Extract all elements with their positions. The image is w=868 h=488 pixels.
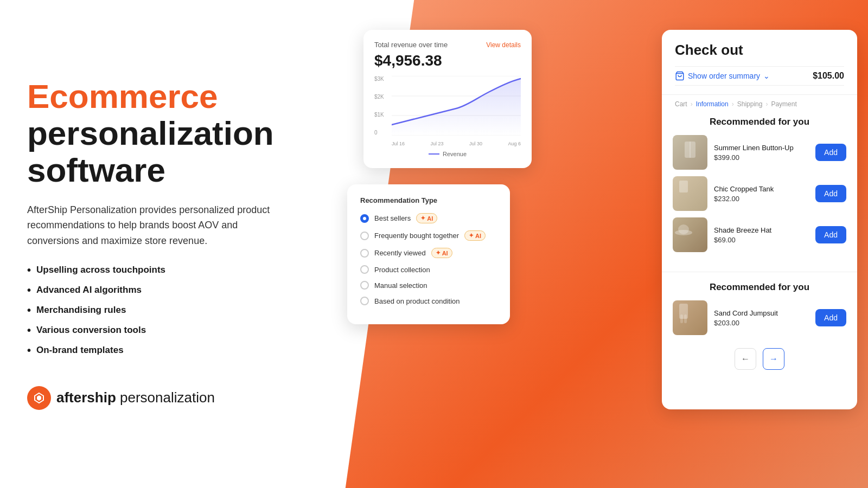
- recommended-title-2: Recommended for you: [673, 282, 846, 293]
- product-image-hat: [673, 217, 707, 252]
- legend-text: Revenue: [443, 151, 467, 157]
- rec-type-title: Recommendation Type: [360, 196, 497, 204]
- product-item-linen: Summer Linen Button-Up $399.00 Add: [673, 135, 846, 170]
- feature-item: On-brand templates: [27, 344, 288, 357]
- view-details-link[interactable]: View details: [486, 41, 521, 49]
- svg-rect-9: [679, 181, 688, 192]
- recommended-section-2: Recommended for you Sand Cord Jumpsuit $…: [662, 277, 857, 385]
- product-price-hat: $69.00: [714, 236, 809, 244]
- product-item-hat: Shade Breeze Hat $69.00 Add: [673, 217, 846, 252]
- radio-best-sellers[interactable]: Best sellers ✦ AI: [360, 213, 497, 223]
- ai-star-icon: ✦: [420, 215, 425, 222]
- recommended-section-1: Recommended for you Summer Linen Button-…: [662, 108, 857, 267]
- ai-badge-frequently-bought: ✦ AI: [464, 230, 486, 241]
- radio-circle-best-sellers: [360, 214, 369, 223]
- nav-arrows: ← →: [673, 342, 846, 376]
- add-button-hat[interactable]: Add: [815, 226, 846, 243]
- add-button-cropped[interactable]: Add: [815, 185, 846, 202]
- product-name-hat: Shade Breeze Hat: [714, 226, 809, 234]
- ai-star-icon: ✦: [436, 249, 441, 256]
- chart-x-labels: Jul 16 Jul 23 Jul 30 Aug 6: [392, 141, 521, 146]
- ai-badge-best-sellers: ✦ AI: [416, 213, 437, 223]
- feature-item: Various conversion tools: [27, 324, 288, 337]
- checkout-card: Check out Show order summary ⌄ $105.00: [662, 30, 857, 409]
- svg-rect-13: [680, 314, 683, 323]
- chart-y-labels: $3K $2K $1K 0: [374, 76, 392, 136]
- radio-label-best-sellers: Best sellers: [374, 214, 411, 222]
- breadcrumb-payment[interactable]: Payment: [771, 100, 796, 108]
- prev-button[interactable]: ←: [735, 348, 756, 370]
- ai-badge-recently-viewed: ✦ AI: [431, 248, 452, 258]
- radio-circle-frequently-bought: [360, 232, 369, 240]
- chart-area: $3K $2K $1K 0: [374, 76, 521, 146]
- radio-circle-based-on-condition: [360, 297, 369, 305]
- product-image-linen: [673, 135, 707, 170]
- breadcrumb-information[interactable]: Information: [696, 100, 729, 108]
- radio-label-product-collection: Product collection: [374, 266, 430, 274]
- svg-marker-1: [37, 395, 41, 401]
- radio-circle-recently-viewed: [360, 249, 369, 258]
- radio-label-based-on-condition: Based on product condition: [374, 297, 460, 305]
- aftership-icon: [27, 386, 51, 410]
- order-total: $105.00: [813, 71, 844, 81]
- headline-black: personalizationsoftware: [27, 114, 274, 189]
- checkout-title: Check out: [675, 42, 844, 59]
- add-button-linen[interactable]: Add: [815, 144, 846, 161]
- left-panel: Ecommerce personalizationsoftware AfterS…: [0, 0, 315, 488]
- checkout-header: Check out Show order summary ⌄ $105.00: [662, 30, 857, 95]
- cards-area: Total revenue over time View details $4,…: [315, 0, 868, 488]
- radio-based-on-condition[interactable]: Based on product condition: [360, 297, 497, 305]
- revenue-title: Total revenue over time: [374, 41, 448, 49]
- product-image-cropped: [673, 176, 707, 211]
- radio-label-frequently-bought: Frequently bought together: [374, 232, 459, 240]
- order-summary-row[interactable]: Show order summary ⌄ $105.00: [675, 66, 844, 86]
- product-item-jumpsuit: Sand Cord Jumpsuit $203.00 Add: [673, 300, 846, 335]
- order-summary-label: Show order summary: [688, 72, 760, 80]
- product-info-hat: Shade Breeze Hat $69.00: [714, 226, 809, 244]
- recommended-title-1: Recommended for you: [673, 117, 846, 127]
- feature-item: Advanced AI algorithms: [27, 284, 288, 297]
- brand-logo: aftership personalization: [27, 386, 288, 410]
- chevron-down-icon: ⌄: [763, 72, 770, 80]
- main-headline: Ecommerce personalizationsoftware: [27, 78, 288, 189]
- brand-name: aftership: [56, 389, 116, 406]
- product-name-cropped: Chic Cropped Tank: [714, 185, 809, 193]
- feature-item: Merchandising rules: [27, 304, 288, 317]
- product-price-cropped: $232.00: [714, 195, 809, 203]
- description-text: AfterShip Personalization provides perso…: [27, 202, 288, 249]
- product-price-linen: $399.00: [714, 153, 809, 162]
- next-button[interactable]: →: [763, 348, 784, 370]
- add-button-jumpsuit[interactable]: Add: [815, 309, 846, 326]
- breadcrumb-sep: ›: [765, 100, 768, 108]
- svg-point-11: [678, 224, 689, 234]
- chart-svg-area: [392, 76, 521, 136]
- product-info-linen: Summer Linen Button-Up $399.00: [714, 144, 809, 162]
- radio-circle-manual-selection: [360, 281, 369, 290]
- svg-rect-14: [684, 314, 687, 323]
- breadcrumb: Cart › Information › Shipping › Payment: [662, 95, 857, 108]
- radio-label-manual-selection: Manual selection: [374, 281, 427, 290]
- breadcrumb-sep: ›: [691, 100, 693, 108]
- radio-recently-viewed[interactable]: Recently viewed ✦ AI: [360, 248, 497, 258]
- brand-text: aftership personalization: [56, 389, 215, 406]
- cart-icon: [675, 71, 685, 81]
- radio-product-collection[interactable]: Product collection: [360, 265, 497, 274]
- right-panel: Total revenue over time View details $4,…: [315, 0, 868, 488]
- breadcrumb-cart[interactable]: Cart: [675, 100, 687, 108]
- headline-orange: Ecommerce: [27, 78, 218, 115]
- product-info-cropped: Chic Cropped Tank $232.00: [714, 185, 809, 203]
- product-name-linen: Summer Linen Button-Up: [714, 144, 809, 152]
- show-order-summary[interactable]: Show order summary ⌄: [675, 71, 770, 81]
- chart-legend: Revenue: [374, 151, 521, 157]
- breadcrumb-shipping[interactable]: Shipping: [737, 100, 763, 108]
- revenue-card-header: Total revenue over time View details: [374, 41, 521, 49]
- product-item-cropped: Chic Cropped Tank $232.00 Add: [673, 176, 846, 211]
- radio-manual-selection[interactable]: Manual selection: [360, 281, 497, 290]
- product-price-jumpsuit: $203.00: [714, 319, 809, 327]
- features-list: Upselling across touchpoints Advanced AI…: [27, 264, 288, 364]
- product-image-jumpsuit: [673, 300, 707, 335]
- breadcrumb-sep: ›: [732, 100, 734, 108]
- legend-line-icon: [429, 153, 439, 155]
- revenue-card: Total revenue over time View details $4,…: [363, 30, 532, 168]
- radio-frequently-bought[interactable]: Frequently bought together ✦ AI: [360, 230, 497, 241]
